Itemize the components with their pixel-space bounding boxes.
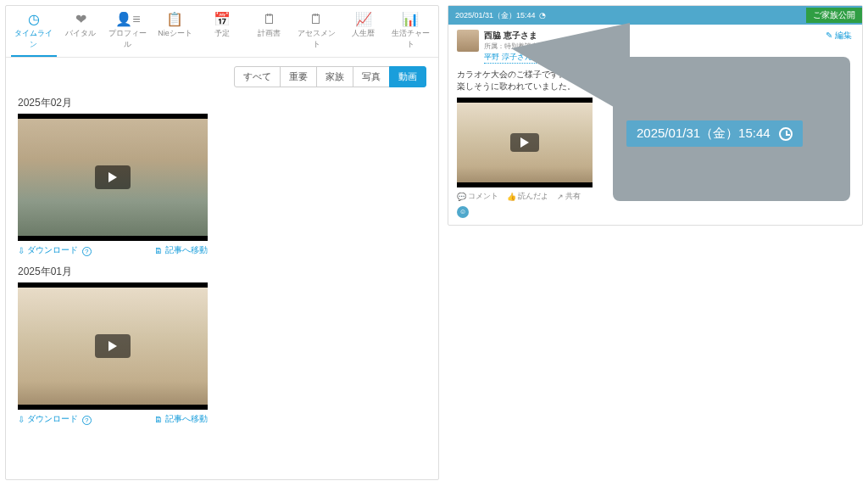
thumb-actions: ⇩ダウンロード ? 🗎記事へ移動: [18, 244, 208, 256]
nav-assessment[interactable]: 🗒 アセスメント: [293, 9, 339, 57]
top-nav: ◷ タイムライン ❤ バイタル 👤≡ プロフィール 📋 Nieシート 📅 予定 …: [6, 6, 438, 58]
publish-button[interactable]: ご家族公開: [806, 8, 862, 23]
nav-label: タイムライン: [14, 29, 53, 48]
edit-link[interactable]: ✎ 編集: [826, 30, 852, 42]
play-icon: [95, 334, 131, 358]
post-datetime: 2025/01/31（金）15:44: [455, 10, 536, 21]
nav-plan[interactable]: 🗒 計画書: [247, 9, 292, 57]
callout-text: 2025/01/31（金）15:44: [637, 126, 771, 142]
share-action[interactable]: ↗ 共有: [557, 191, 581, 202]
heart-icon: ❤: [58, 13, 104, 26]
like-label: 読んだよ: [518, 191, 548, 202]
post-header-bar: 2025/01/31（金）15:44 ◔ ご家族公開: [448, 6, 862, 25]
nav-label: バイタル: [65, 29, 96, 37]
assessment-icon: 🗒: [293, 13, 339, 26]
nav-niesheet[interactable]: 📋 Nieシート: [153, 9, 198, 57]
month-section: 2025年02月 ⇩ダウンロード ? 🗎記事へ移動: [18, 96, 426, 256]
doc-icon: 🗎: [154, 246, 163, 255]
nav-label: 計画書: [258, 29, 281, 37]
filter-important[interactable]: 重要: [280, 66, 317, 87]
nav-label: Nieシート: [158, 29, 192, 37]
goto-label: 記事へ移動: [165, 244, 208, 256]
chart-bar-icon: 📊: [388, 13, 434, 26]
video-thumbnail[interactable]: [18, 282, 208, 410]
clipboard-icon: 📋: [153, 13, 198, 26]
filter-video[interactable]: 動画: [389, 66, 426, 87]
goto-article-link[interactable]: 🗎記事へ移動: [154, 244, 208, 256]
chart-line-icon: 📈: [341, 13, 387, 26]
doc-icon: 🗎: [154, 415, 163, 424]
play-icon: [510, 133, 539, 152]
month-title: 2025年02月: [18, 96, 426, 110]
comment-action[interactable]: 💬 コメント: [457, 191, 498, 202]
nav-vital[interactable]: ❤ バイタル: [58, 9, 104, 57]
filter-all[interactable]: すべて: [234, 66, 281, 87]
like-action[interactable]: 👍 読んだよ: [507, 191, 548, 202]
clock-icon: ◷: [11, 13, 57, 26]
calendar-icon: 📅: [199, 13, 245, 26]
nav-timeline[interactable]: ◷ タイムライン: [11, 9, 57, 57]
thumb-actions: ⇩ダウンロード ? 🗎記事へ移動: [18, 413, 208, 425]
filter-family[interactable]: 家族: [316, 66, 353, 87]
filter-photo[interactable]: 写真: [353, 66, 390, 87]
nav-label: 生活チャート: [392, 29, 430, 48]
reactions: ☺: [457, 205, 854, 218]
download-link[interactable]: ⇩ダウンロード: [18, 244, 78, 256]
nav-label: 予定: [214, 29, 230, 37]
plan-icon: 🗒: [247, 13, 292, 26]
clock-icon: ◔: [539, 11, 546, 20]
video-thumbnail[interactable]: [18, 114, 208, 241]
nav-lifechart[interactable]: 📊 生活チャート: [388, 9, 434, 57]
left-panel: ◷ タイムライン ❤ バイタル 👤≡ プロフィール 📋 Nieシート 📅 予定 …: [5, 5, 439, 480]
comment-label: コメント: [468, 191, 498, 202]
download-label: ダウンロード: [27, 413, 78, 425]
download-icon: ⇩: [18, 415, 25, 424]
goto-article-link[interactable]: 🗎記事へ移動: [154, 413, 208, 425]
profile-icon: 👤≡: [105, 13, 151, 26]
right-panel: 2025/01/31（金）15:44 ◔ ご家族公開 ✎ 編集 西脇 恵子さま …: [448, 5, 863, 226]
reaction-smile-icon[interactable]: ☺: [457, 206, 469, 218]
datetime-badge: 2025/01/31（金）15:44: [626, 120, 803, 147]
nav-lifehistory[interactable]: 📈 人生暦: [341, 9, 387, 57]
goto-label: 記事へ移動: [165, 413, 208, 425]
help-icon[interactable]: ?: [82, 416, 92, 425]
nav-schedule[interactable]: 📅 予定: [199, 9, 245, 57]
download-label: ダウンロード: [27, 244, 78, 256]
play-icon: [95, 165, 131, 189]
nav-label: 人生暦: [352, 29, 375, 37]
download-link[interactable]: ⇩ダウンロード: [18, 413, 78, 425]
video-list: 2025年02月 ⇩ダウンロード ? 🗎記事へ移動 2025年01月: [6, 91, 438, 439]
nav-label: アセスメント: [298, 29, 336, 48]
clock-icon: [779, 127, 793, 141]
share-label: 共有: [565, 191, 581, 202]
avatar: [457, 30, 479, 52]
nav-profile[interactable]: 👤≡ プロフィール: [105, 9, 151, 57]
download-icon: ⇩: [18, 246, 25, 255]
help-icon[interactable]: ?: [82, 247, 92, 256]
filter-bar: すべて 重要 家族 写真 動画: [6, 58, 438, 91]
datetime-callout: 2025/01/31（金）15:44: [613, 57, 850, 201]
month-section: 2025年01月 ⇩ダウンロード ? 🗎記事へ移動: [18, 265, 426, 425]
nav-label: プロフィール: [108, 29, 147, 48]
month-title: 2025年01月: [18, 265, 426, 279]
